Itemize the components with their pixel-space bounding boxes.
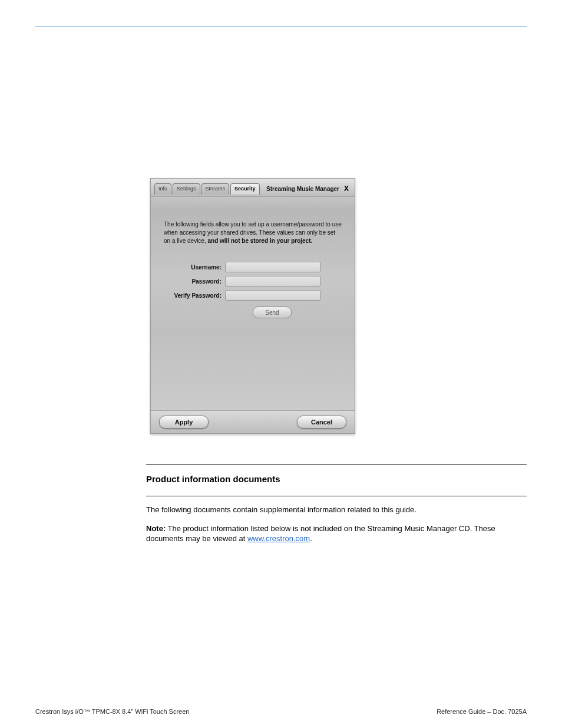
password-label: Password: bbox=[164, 278, 225, 285]
verify-password-input[interactable] bbox=[225, 290, 320, 301]
note-paragraph: Note: The product information listed bel… bbox=[146, 523, 527, 544]
dialog-title: Streaming Music Manager bbox=[266, 186, 339, 192]
password-input[interactable] bbox=[225, 276, 320, 286]
close-icon[interactable]: X bbox=[342, 184, 351, 193]
dialog-footer: Apply Cancel bbox=[151, 410, 355, 433]
password-row: Password: bbox=[164, 276, 342, 286]
verify-password-label: Verify Password: bbox=[164, 292, 225, 299]
username-row: Username: bbox=[164, 262, 342, 272]
streaming-music-manager-dialog: Info Settings Streams Security Streaming… bbox=[150, 178, 355, 434]
rule-below-title bbox=[146, 496, 527, 496]
tab-streams[interactable]: Streams bbox=[201, 183, 230, 195]
section-title: Product information documents bbox=[146, 473, 527, 485]
dialog-description: The following fields allow you to set up… bbox=[164, 220, 342, 245]
username-input[interactable] bbox=[225, 262, 320, 272]
verify-password-row: Verify Password: bbox=[164, 290, 342, 301]
rule-above-section bbox=[146, 465, 527, 465]
note-tail: . bbox=[310, 534, 312, 543]
page-footer: Crestron Isys i/O™ TPMC-8X 8.4" WiFi Tou… bbox=[35, 708, 527, 715]
tab-settings[interactable]: Settings bbox=[173, 183, 200, 195]
note-label: Note: bbox=[146, 524, 166, 533]
tab-info[interactable]: Info bbox=[154, 183, 171, 195]
dialog-tabs: Info Settings Streams Security bbox=[154, 183, 266, 195]
cancel-button[interactable]: Cancel bbox=[297, 416, 346, 429]
send-row: Send bbox=[225, 307, 319, 318]
body-content: Product information documents The follow… bbox=[146, 454, 527, 552]
apply-button[interactable]: Apply bbox=[159, 416, 209, 429]
dialog-header: Info Settings Streams Security Streaming… bbox=[151, 179, 355, 197]
username-label: Username: bbox=[164, 264, 225, 271]
send-button[interactable]: Send bbox=[253, 307, 292, 318]
tab-security[interactable]: Security bbox=[230, 183, 260, 195]
note-body: The product information listed below is … bbox=[146, 524, 495, 543]
note-link[interactable]: www.crestron.com bbox=[247, 534, 310, 543]
dialog-body: The following fields allow you to set up… bbox=[151, 197, 355, 318]
section-paragraph: The following documents contain suppleme… bbox=[146, 505, 527, 515]
footer-right: Reference Guide – Doc. 7025A bbox=[437, 708, 527, 715]
footer-left: Crestron Isys i/O™ TPMC-8X 8.4" WiFi Tou… bbox=[35, 708, 189, 715]
header-rule bbox=[35, 26, 527, 27]
dialog-description-bold: and will not be stored in your project. bbox=[208, 238, 313, 244]
